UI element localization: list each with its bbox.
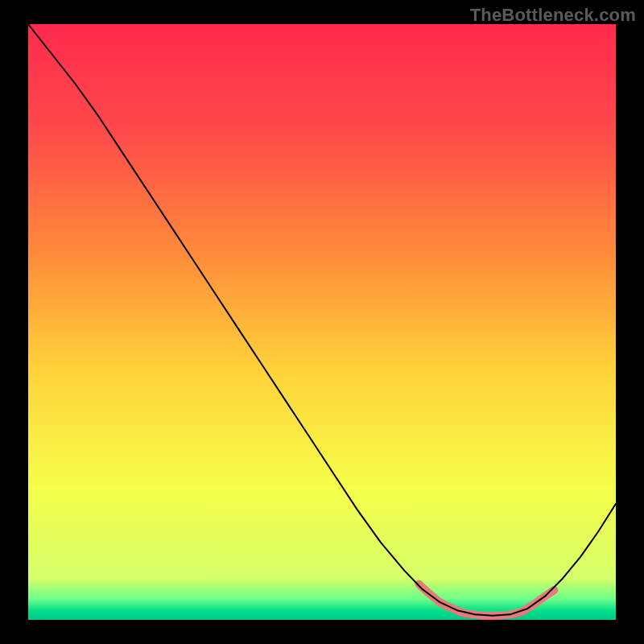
chart-root: TheBottleneck.com: [0, 0, 644, 644]
watermark-label: TheBottleneck.com: [470, 5, 636, 26]
plot-background: [28, 24, 616, 620]
chart-canvas: [0, 0, 644, 644]
